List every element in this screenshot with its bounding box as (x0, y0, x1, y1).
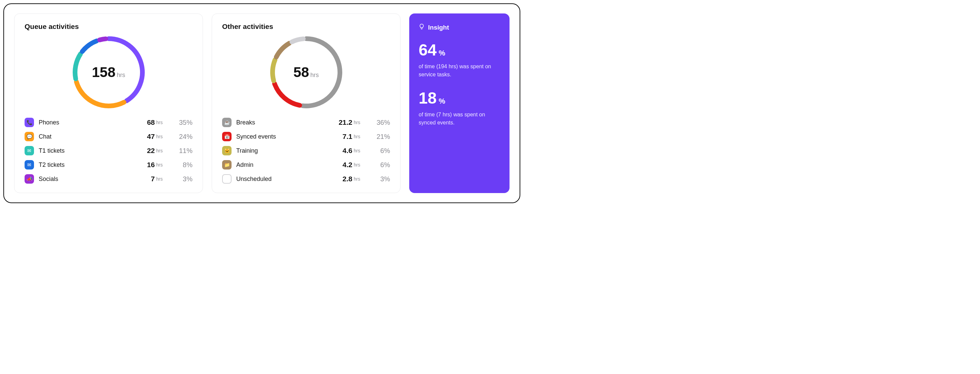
queue-row-label: T1 tickets (39, 147, 131, 154)
lightbulb-icon (418, 24, 425, 31)
other-row-label: Admin (236, 162, 329, 168)
other-title: Other activities (222, 22, 390, 31)
admin-icon: 📁 (222, 160, 232, 170)
queue-row-phones: 📞Phones68hrs35% (25, 116, 192, 130)
queue-title: Queue activities (25, 22, 192, 31)
queue-row-hours-unit: hrs (156, 162, 165, 168)
queue-row-label: Chat (39, 133, 131, 140)
insight-stat-2: 18% of time (7 hrs) was spent on synced … (418, 89, 500, 127)
queue-row-pct: 3% (171, 175, 192, 183)
queue-row-hours: 16 (131, 161, 155, 169)
donut-segment-admin (276, 43, 289, 57)
other-row-breaks: ☕Breaks21.2hrs36% (222, 116, 390, 130)
other-row-hours: 2.8 (329, 175, 352, 183)
donut-segment-synced-events (274, 84, 299, 105)
queue-row-hours-unit: hrs (156, 148, 165, 154)
other-row-hours: 4.2 (329, 161, 352, 169)
insight-stat2-value: 18 (418, 89, 436, 107)
queue-donut-center: 158hrs (92, 64, 125, 80)
queue-row-pct: 8% (171, 161, 192, 169)
insight-stat1-value: 64 (418, 41, 436, 59)
queue-row-t1: ✉T1 tickets22hrs11% (25, 144, 192, 158)
donut-segment-chat (76, 82, 124, 106)
donut-segment-socials (99, 39, 105, 40)
queue-row-hours: 7 (131, 175, 155, 183)
donut-segment-unscheduled (292, 39, 303, 42)
other-row-hours-unit: hrs (354, 134, 363, 139)
other-row-hours: 21.2 (329, 118, 352, 127)
queue-row-hours: 68 (131, 118, 155, 127)
dashboard-frame: Queue activities 158hrs 📞Phones68hrs35%💬… (3, 3, 520, 203)
queue-row-chat: 💬Chat47hrs24% (25, 130, 192, 144)
other-total-unit: hrs (310, 71, 319, 78)
other-row-pct: 21% (369, 133, 390, 141)
queue-row-hours-unit: hrs (156, 134, 165, 139)
socials-icon: 📣 (25, 174, 34, 184)
queue-row-t2: ✉T2 tickets16hrs8% (25, 158, 192, 172)
donut-segment-training (273, 60, 275, 81)
other-row-hours-unit: hrs (354, 120, 363, 125)
queue-total-value: 158 (92, 64, 115, 80)
other-donut: 58hrs (222, 32, 390, 113)
other-row-hours: 4.6 (329, 147, 352, 155)
t2-icon: ✉ (25, 160, 34, 170)
other-row-hours: 7.1 (329, 133, 352, 141)
other-row-pct: 36% (369, 119, 390, 127)
queue-row-label: T2 tickets (39, 162, 131, 168)
donut-segment-t2-tickets (82, 41, 97, 51)
other-row-hours-unit: hrs (354, 176, 363, 182)
queue-row-label: Socials (39, 176, 131, 182)
other-row-training: 🐱Training4.6hrs6% (222, 144, 390, 158)
queue-row-pct: 11% (171, 147, 192, 155)
training-icon: 🐱 (222, 146, 232, 155)
queue-row-pct: 35% (171, 119, 192, 127)
insight-stat1-text: of time (194 hrs) was spent on service t… (418, 63, 500, 79)
queue-row-hours: 47 (131, 133, 155, 141)
queue-total-unit: hrs (117, 71, 125, 78)
other-row-admin: 📁Admin4.2hrs6% (222, 158, 390, 172)
breaks-icon: ☕ (222, 118, 232, 127)
insight-stat2-pct: % (439, 97, 445, 105)
insight-stat-1: 64% of time (194 hrs) was spent on servi… (418, 41, 500, 79)
queue-row-hours: 22 (131, 147, 155, 155)
other-row-pct: 6% (369, 147, 390, 155)
queue-row-pct: 24% (171, 133, 192, 141)
other-row-hours-unit: hrs (354, 148, 363, 154)
other-donut-center: 58hrs (293, 64, 319, 80)
other-row-pct: 3% (369, 175, 390, 183)
queue-rows: 📞Phones68hrs35%💬Chat47hrs24%✉T1 tickets2… (25, 116, 192, 186)
unsched-icon (222, 174, 232, 184)
insight-heading-row: Insight (418, 24, 500, 31)
other-row-label: Synced events (236, 133, 329, 140)
other-row-label: Breaks (236, 119, 329, 126)
queue-donut: 158hrs (25, 32, 192, 113)
other-total-value: 58 (293, 64, 309, 80)
insight-stat2-text: of time (7 hrs) was spent on synced even… (418, 111, 500, 127)
other-row-hours-unit: hrs (354, 162, 363, 168)
other-row-label: Training (236, 147, 329, 154)
queue-row-hours-unit: hrs (156, 120, 165, 125)
queue-row-label: Phones (39, 119, 131, 126)
other-row-label: Unscheduled (236, 176, 329, 182)
insight-heading: Insight (428, 24, 449, 31)
other-row-pct: 6% (369, 161, 390, 169)
queue-row-socials: 📣Socials7hrs3% (25, 172, 192, 186)
t1-icon: ✉ (25, 146, 34, 155)
insight-panel: Insight 64% of time (194 hrs) was spent … (409, 13, 509, 193)
queue-activities-card: Queue activities 158hrs 📞Phones68hrs35%💬… (14, 13, 203, 193)
other-row-synced: 📅Synced events7.1hrs21% (222, 130, 390, 144)
phones-icon: 📞 (25, 118, 34, 127)
queue-row-hours-unit: hrs (156, 176, 165, 182)
other-activities-card: Other activities 58hrs ☕Breaks21.2hrs36%… (212, 13, 401, 193)
chat-icon: 💬 (25, 132, 34, 141)
other-row-unsched: Unscheduled2.8hrs3% (222, 172, 390, 186)
synced-icon: 📅 (222, 132, 232, 141)
other-rows: ☕Breaks21.2hrs36%📅Synced events7.1hrs21%… (222, 116, 390, 186)
insight-stat1-pct: % (439, 49, 445, 57)
donut-segment-t1-tickets (75, 54, 80, 79)
